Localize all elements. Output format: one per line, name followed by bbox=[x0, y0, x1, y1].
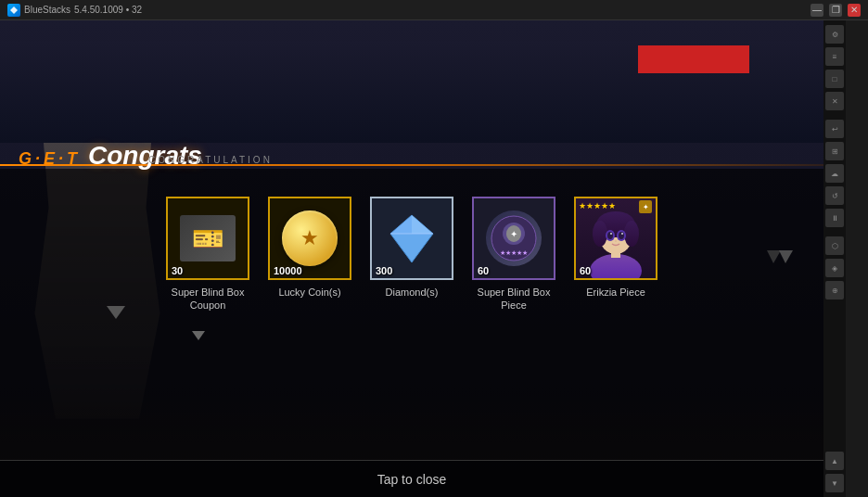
sidebar-btn-4[interactable]: ✕ bbox=[825, 92, 844, 110]
diamond-icon bbox=[384, 210, 440, 266]
right-sidebar: ⚙ ≡ □ ✕ ↩ ⊞ ☁ ↺ ⏸ ⬡ ◈ ⊕ ▲ ▼ bbox=[823, 20, 846, 497]
item-quantity-lucky-coins: 10000 bbox=[274, 265, 302, 276]
sidebar-btn-6[interactable]: ⊞ bbox=[825, 142, 844, 160]
item-image-blind-box-piece: ✦ ★★★★★ 60 bbox=[472, 197, 555, 280]
sidebar-btn-9[interactable]: ⏸ bbox=[825, 209, 844, 227]
top-banner-red-badge bbox=[638, 45, 749, 73]
top-banner bbox=[0, 41, 823, 143]
tap-to-close-text: Tap to close bbox=[377, 472, 447, 487]
svg-point-16 bbox=[624, 221, 639, 247]
item-card-blind-box-coupon: 30 Super Blind Box Coupon bbox=[166, 197, 249, 312]
arrow-down-center-indicator bbox=[189, 326, 208, 348]
game-area: G·E·T Congrats CONGRATULATION 30 Super B… bbox=[0, 20, 846, 497]
item-image-diamonds: 300 bbox=[370, 197, 453, 280]
sidebar-btn-11[interactable]: ◈ bbox=[825, 259, 844, 277]
svg-point-22 bbox=[621, 233, 623, 235]
item-quantity-blind-box-piece: 60 bbox=[478, 265, 489, 276]
sidebar-btn-3[interactable]: □ bbox=[825, 70, 844, 88]
svg-point-15 bbox=[593, 221, 607, 247]
svg-text:★★★★★: ★★★★★ bbox=[500, 249, 528, 256]
item-card-erikzia: ★★★★★ ✦ 60 Erikzia Piece bbox=[574, 197, 657, 299]
item-label-erikzia: Erikzia Piece bbox=[586, 286, 645, 299]
blind-box-piece-icon: ✦ ★★★★★ bbox=[486, 210, 542, 266]
item-image-erikzia: ★★★★★ ✦ 60 bbox=[574, 197, 657, 280]
item-quantity-erikzia: 60 bbox=[580, 265, 591, 276]
svg-point-23 bbox=[615, 240, 617, 242]
svg-text:✦: ✦ bbox=[510, 229, 517, 239]
bs-logo-icon bbox=[7, 4, 20, 17]
blind-box-coupon-icon bbox=[180, 215, 236, 261]
sidebar-btn-8[interactable]: ↺ bbox=[825, 186, 844, 205]
item-label-lucky-coins: Lucky Coin(s) bbox=[278, 286, 340, 299]
svg-marker-0 bbox=[10, 6, 18, 14]
window-controls: — ❐ ✕ bbox=[811, 4, 861, 17]
svg-point-20 bbox=[619, 232, 624, 239]
tap-to-close-button[interactable]: Tap to close bbox=[0, 460, 823, 497]
top-banner-bg bbox=[0, 41, 823, 143]
svg-marker-27 bbox=[107, 306, 125, 319]
minimize-button[interactable]: — bbox=[811, 4, 823, 17]
sidebar-btn-5[interactable]: ↩ bbox=[825, 120, 844, 138]
restore-button[interactable]: ❐ bbox=[829, 4, 842, 17]
sidebar-btn-up[interactable]: ▲ bbox=[825, 452, 844, 470]
sidebar-btn-2[interactable]: ≡ bbox=[825, 47, 844, 66]
svg-marker-28 bbox=[192, 331, 205, 340]
svg-marker-29 bbox=[767, 250, 781, 263]
item-image-lucky-coins: 10000 bbox=[268, 197, 351, 280]
bs-logo: BlueStacks 5.4.50.1009 • 32 bbox=[7, 4, 142, 17]
svg-point-19 bbox=[607, 232, 613, 239]
sidebar-btn-7[interactable]: ☁ bbox=[825, 164, 844, 183]
item-quantity-blind-box-coupon: 30 bbox=[172, 265, 183, 276]
arrow-right-indicator bbox=[762, 243, 799, 271]
sidebar-btn-down[interactable]: ▼ bbox=[825, 474, 844, 492]
get-label: G·E·T bbox=[19, 149, 81, 169]
svg-text:★★★★★: ★★★★★ bbox=[579, 201, 616, 210]
item-label-blind-box-coupon: Super Blind Box Coupon bbox=[166, 286, 249, 312]
item-image-blind-box-coupon: 30 bbox=[166, 197, 249, 280]
svg-point-21 bbox=[610, 233, 612, 235]
close-button[interactable]: ✕ bbox=[848, 4, 861, 17]
sidebar-btn-1[interactable]: ⚙ bbox=[825, 25, 844, 44]
svg-text:✦: ✦ bbox=[643, 203, 649, 211]
item-label-blind-box-piece: Super Blind Box Piece bbox=[472, 286, 555, 312]
lucky-coin-icon bbox=[282, 210, 338, 266]
sidebar-btn-12[interactable]: ⊕ bbox=[825, 281, 844, 299]
item-card-lucky-coins: 10000 Lucky Coin(s) bbox=[268, 197, 351, 299]
bs-title-text: BlueStacks bbox=[24, 5, 70, 15]
arrow-down-left-indicator bbox=[102, 299, 130, 331]
item-card-blind-box-piece: ✦ ★★★★★ 60 Super Blind Box Piece bbox=[472, 197, 555, 312]
bs-version: 5.4.50.1009 • 32 bbox=[74, 5, 142, 15]
item-label-diamonds: Diamond(s) bbox=[386, 286, 439, 299]
svg-marker-30 bbox=[779, 250, 793, 263]
items-container: 30 Super Blind Box Coupon 10000 Lucky Co… bbox=[0, 197, 823, 312]
bluestacks-bar: BlueStacks 5.4.50.1009 • 32 — ❐ ✕ bbox=[0, 0, 868, 20]
item-quantity-diamonds: 300 bbox=[376, 265, 392, 276]
item-card-diamonds: 300 Diamond(s) bbox=[370, 197, 453, 299]
congratulation-sub: CONGRATULATION bbox=[148, 155, 273, 165]
sidebar-btn-10[interactable]: ⬡ bbox=[825, 236, 844, 255]
